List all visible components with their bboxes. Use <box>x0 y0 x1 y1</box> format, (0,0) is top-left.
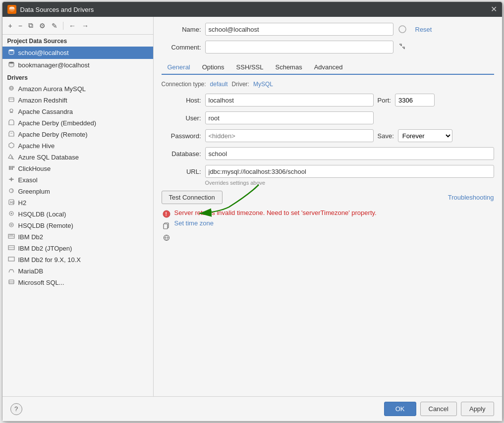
driver-hsqldb-remote[interactable]: HSQLDB (Remote) <box>2 220 153 231</box>
driver-icon-redshift <box>7 97 15 104</box>
driver-azure-label: Azure SQL Database <box>18 154 79 161</box>
driver-hive[interactable]: Apache Hive <box>2 140 153 152</box>
driver-ibm-db2[interactable]: IBM IBM Db2 <box>2 231 153 243</box>
driver-cassandra[interactable]: Apache Cassandra <box>2 106 153 117</box>
toolbar: + − ⧉ ⚙ ✎ ← → <box>2 17 153 35</box>
driver-clickhouse[interactable]: ClickHouse <box>2 163 153 174</box>
driver-icon-derby-emb <box>7 119 15 127</box>
password-input[interactable] <box>205 129 374 142</box>
driver-icon-hive <box>7 142 15 150</box>
svg-rect-15 <box>12 166 13 170</box>
driver-h2[interactable]: H2 H2 <box>2 197 153 209</box>
dialog-window: Data Sources and Drivers ✕ + − ⧉ ⚙ ✎ ← →… <box>2 1 503 422</box>
driver-ibm-db2-9x[interactable]: IBM Db2 for 9.X, 10.X <box>2 254 153 265</box>
connection-type-value[interactable]: default <box>210 81 228 88</box>
svg-rect-32 <box>8 257 14 261</box>
svg-rect-33 <box>9 280 14 284</box>
driver-derby-remote[interactable]: Apache Derby (Remote) <box>2 129 153 140</box>
error-section: ! <box>162 209 494 243</box>
password-row: Password: Save: Forever Until restart Ne… <box>162 129 494 142</box>
port-label: Port: <box>378 97 391 104</box>
host-input[interactable] <box>205 94 374 106</box>
driver-ibm-db2-jtopen[interactable]: IBM Db2 (JTOpen) <box>2 243 153 254</box>
reset-link[interactable]: Reset <box>415 26 432 33</box>
drivers-section-label: Drivers <box>2 71 153 83</box>
user-input[interactable] <box>205 111 374 124</box>
toolbar-separator <box>63 22 63 30</box>
save-select[interactable]: Forever Until restart Never <box>398 129 452 142</box>
database-label: Database: <box>162 150 201 158</box>
ok-button[interactable]: OK <box>384 402 416 416</box>
driver-hsqldb-remote-label: HSQLDB (Remote) <box>18 222 73 229</box>
driver-aurora-label: Amazon Aurora MySQL <box>18 85 86 93</box>
driver-ibm-db2-label: IBM Db2 <box>18 233 44 241</box>
error-message: Server returns invalid timezone. Need to… <box>174 209 494 216</box>
connection-type-label: Connection type: <box>162 81 206 88</box>
tab-advanced[interactable]: Advanced <box>308 60 349 75</box>
svg-point-24 <box>10 213 12 214</box>
apply-button[interactable]: Apply <box>461 402 494 416</box>
duplicate-button[interactable]: ⧉ <box>26 20 35 31</box>
driver-icon-derby-rem <box>7 131 15 138</box>
copy-icon-button[interactable] <box>162 221 171 231</box>
driver-redshift[interactable]: Amazon Redshift <box>2 95 153 106</box>
edit-button[interactable]: ✎ <box>50 20 59 31</box>
help-button[interactable]: ? <box>10 403 22 415</box>
driver-icon-mssql <box>7 279 15 286</box>
datasource-bookmanager[interactable]: bookmanager@localhost <box>2 59 153 71</box>
driver-ibm-db2-jtopen-label: IBM Db2 (JTOpen) <box>18 245 72 252</box>
driver-cassandra-label: Apache Cassandra <box>18 108 73 115</box>
tab-schemas[interactable]: Schemas <box>269 60 308 75</box>
add-button[interactable]: + <box>6 20 14 31</box>
svg-text:H2: H2 <box>10 201 14 204</box>
right-panel: Name: Reset Comment: General <box>154 17 502 396</box>
driver-value[interactable]: MySQL <box>253 81 273 88</box>
port-input[interactable] <box>395 94 435 106</box>
database-input[interactable] <box>205 147 494 160</box>
url-input[interactable] <box>205 165 494 178</box>
comment-input[interactable] <box>205 41 393 53</box>
driver-amazon-aurora[interactable]: Amazon Aurora MySQL <box>2 83 153 95</box>
back-button[interactable]: ← <box>67 20 78 31</box>
connection-type-row: Connection type: default Driver: MySQL <box>162 81 494 88</box>
cancel-button[interactable]: Cancel <box>420 402 457 416</box>
driver-derby-embedded[interactable]: Apache Derby (Embedded) <box>2 117 153 129</box>
svg-point-26 <box>10 224 12 226</box>
project-section-label: Project Data Sources <box>2 35 153 47</box>
tab-general[interactable]: General <box>162 60 196 75</box>
driver-greenplum[interactable]: Greenplum <box>2 186 153 197</box>
set-timezone-link[interactable]: Set time zone <box>174 219 214 227</box>
tab-options[interactable]: Options <box>196 60 230 75</box>
tab-ssh-ssl[interactable]: SSH/SSL <box>230 60 270 75</box>
name-input[interactable] <box>205 23 393 36</box>
remove-button[interactable]: − <box>16 20 24 31</box>
driver-icon-ibm-db2-9x <box>7 256 15 264</box>
driver-mssql[interactable]: Microsoft SQL... <box>2 277 153 288</box>
svg-text:IBM: IBM <box>9 234 13 236</box>
driver-derby-embedded-label: Apache Derby (Embedded) <box>18 119 97 127</box>
error-icon-button[interactable]: ! <box>162 209 171 219</box>
test-connection-button[interactable]: Test Connection <box>162 191 223 204</box>
svg-rect-14 <box>10 166 11 170</box>
close-button[interactable]: ✕ <box>491 5 497 13</box>
globe-icon-button[interactable] <box>162 233 171 243</box>
driver-mariadb-label: MariaDB <box>18 267 44 275</box>
config-button[interactable]: ⚙ <box>37 20 48 31</box>
svg-point-0 <box>9 7 14 9</box>
driver-mariadb[interactable]: MariaDB <box>2 265 153 277</box>
driver-exasol[interactable]: Exasol <box>2 174 153 186</box>
title-bar: Data Sources and Drivers ✕ <box>2 2 502 17</box>
svg-rect-16 <box>13 166 14 168</box>
driver-azure[interactable]: Azure SQL Database <box>2 152 153 163</box>
comment-expand-button[interactable] <box>397 42 406 53</box>
comment-row: Comment: <box>162 41 494 53</box>
driver-icon-ibm-db2: IBM <box>7 233 15 241</box>
overrides-text: Overrides settings above <box>205 180 494 186</box>
datasource-school[interactable]: school@localhost <box>2 47 153 59</box>
troubleshoot-link[interactable]: Troubleshooting <box>448 194 494 201</box>
driver-label-text: Driver: <box>232 81 249 88</box>
forward-button[interactable]: → <box>80 20 91 31</box>
driver-hsqldb-local[interactable]: HSQLDB (Local) <box>2 209 153 220</box>
driver-icon-hsqldb-local <box>7 211 15 218</box>
db-inactive-icon <box>7 61 15 69</box>
